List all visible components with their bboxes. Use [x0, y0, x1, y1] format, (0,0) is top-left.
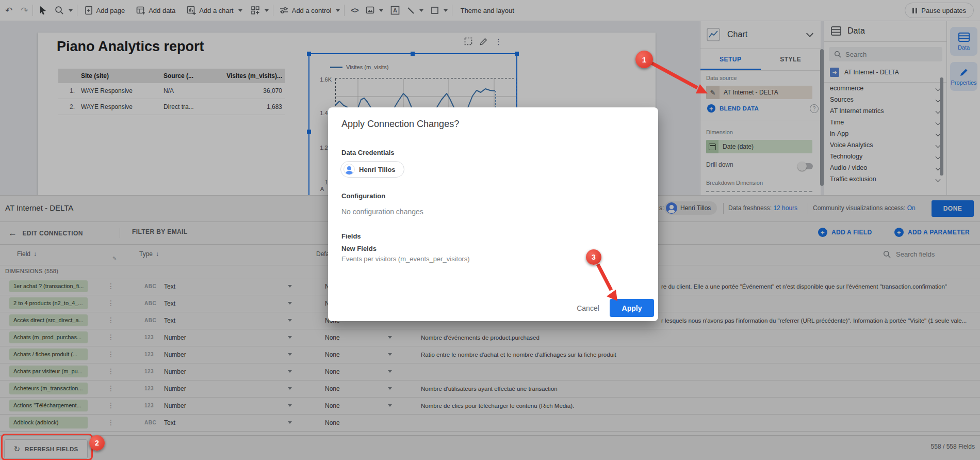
- apply-connection-changes-dialog: Apply Connection Changes? Data Credentia…: [328, 107, 658, 321]
- cancel-button[interactable]: Cancel: [576, 299, 600, 317]
- dialog-title: Apply Connection Changes?: [341, 119, 459, 130]
- new-fields-label: New Fields: [341, 245, 377, 252]
- fields-label: Fields: [341, 232, 361, 240]
- configuration-label: Configuration: [341, 192, 385, 200]
- annotation-step-3: 3: [586, 249, 601, 265]
- data-credentials-label: Data Credentials: [341, 149, 395, 156]
- annotation-step-1: 1: [635, 51, 653, 68]
- looker-studio-app: ↶ ↷ Add page Add data Add a chart: [0, 0, 980, 460]
- apply-button[interactable]: Apply: [610, 299, 654, 317]
- annotation-highlight-box: [1, 434, 93, 460]
- avatar: [344, 164, 355, 175]
- configuration-value: No configuration changes: [341, 208, 423, 216]
- annotation-step-2: 2: [89, 435, 105, 451]
- new-fields-value: Events per visitors (m_events_per_visito…: [341, 255, 470, 263]
- credentials-owner-chip[interactable]: Henri Tillos: [340, 161, 404, 178]
- credentials-owner-name: Henri Tillos: [359, 166, 396, 173]
